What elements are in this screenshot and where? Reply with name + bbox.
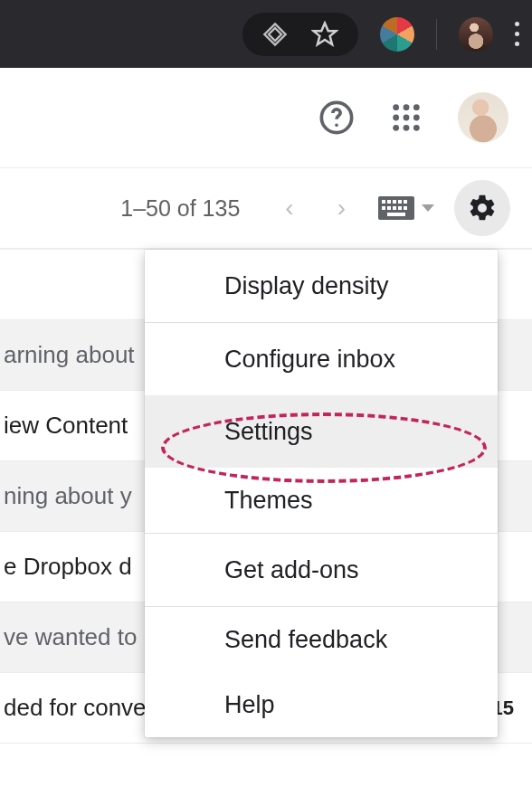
svg-point-6 xyxy=(393,115,399,121)
svg-point-10 xyxy=(404,125,410,131)
menu-item-label: Send feedback xyxy=(224,626,387,654)
app-header xyxy=(0,68,532,167)
menu-item-themes[interactable]: Themes xyxy=(145,468,498,533)
omnibox-actions xyxy=(242,13,358,56)
svg-rect-20 xyxy=(393,206,396,210)
settings-gear-button[interactable] xyxy=(454,180,510,236)
svg-rect-23 xyxy=(387,213,405,216)
menu-item-label: Display density xyxy=(224,272,389,300)
svg-rect-22 xyxy=(404,206,407,210)
svg-marker-0 xyxy=(314,23,337,44)
svg-point-2 xyxy=(335,124,338,128)
settings-dropdown-menu: Display density Configure inbox Settings… xyxy=(145,250,498,737)
menu-item-help[interactable]: Help xyxy=(145,672,498,737)
row-snippet: ning about y xyxy=(4,482,132,510)
svg-point-11 xyxy=(413,125,420,131)
account-avatar[interactable] xyxy=(458,92,508,143)
menu-item-display-density[interactable]: Display density xyxy=(145,250,498,322)
menu-item-send-feedback[interactable]: Send feedback xyxy=(145,607,498,672)
browser-menu-icon[interactable] xyxy=(515,22,519,46)
menu-item-label: Configure inbox xyxy=(224,346,395,374)
svg-rect-16 xyxy=(398,200,402,204)
svg-rect-19 xyxy=(387,206,391,210)
pager-next-button[interactable]: › xyxy=(321,194,362,223)
svg-point-5 xyxy=(413,104,420,110)
browser-chrome-bar xyxy=(0,0,532,68)
browser-profile-avatar[interactable] xyxy=(459,17,493,52)
svg-point-9 xyxy=(393,125,399,131)
svg-rect-13 xyxy=(382,200,385,204)
svg-point-7 xyxy=(404,115,410,121)
pager-count: 1–50 of 135 xyxy=(120,195,240,222)
menu-item-label: Settings xyxy=(224,418,313,446)
svg-rect-21 xyxy=(398,206,402,210)
svg-point-8 xyxy=(413,115,420,121)
svg-rect-18 xyxy=(382,206,385,210)
chevron-down-icon xyxy=(422,204,434,212)
menu-item-settings[interactable]: Settings xyxy=(145,395,498,468)
input-tools-button[interactable] xyxy=(378,196,434,220)
menu-item-label: Themes xyxy=(224,487,313,515)
row-snippet: e Dropbox d xyxy=(4,553,132,581)
help-icon[interactable] xyxy=(318,100,355,136)
svg-rect-17 xyxy=(404,200,407,204)
browser-divider xyxy=(436,19,437,50)
svg-point-3 xyxy=(393,104,399,110)
pinwheel-icon[interactable] xyxy=(380,17,414,52)
row-snippet: iew Content xyxy=(4,412,128,440)
svg-rect-15 xyxy=(393,200,396,204)
row-snippet: arning about xyxy=(4,341,135,369)
list-toolbar: 1–50 of 135 ‹ › xyxy=(0,167,532,249)
star-icon[interactable] xyxy=(311,21,338,48)
svg-point-4 xyxy=(404,104,410,110)
svg-rect-14 xyxy=(387,200,391,204)
menu-item-configure-inbox[interactable]: Configure inbox xyxy=(145,323,498,395)
diamond-icon[interactable] xyxy=(262,22,288,47)
keyboard-icon xyxy=(378,196,414,220)
pager-prev-button[interactable]: ‹ xyxy=(269,194,309,223)
menu-item-get-addons[interactable]: Get add-ons xyxy=(145,534,498,606)
menu-item-label: Help xyxy=(224,691,275,719)
apps-grid-icon[interactable] xyxy=(391,102,422,133)
row-snippet: ve wanted to xyxy=(4,623,137,651)
menu-item-label: Get add-ons xyxy=(224,556,359,584)
